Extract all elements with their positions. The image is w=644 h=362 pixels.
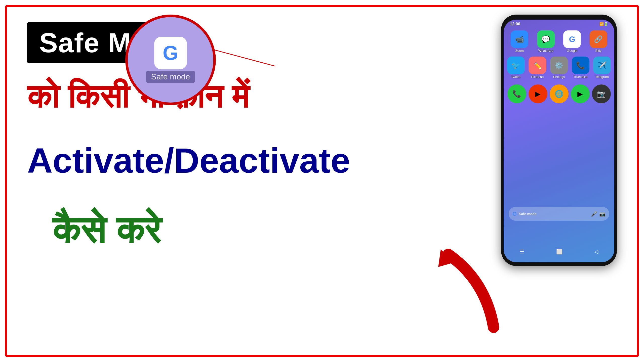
twitter-icon: 🐦 [507,57,525,74]
whatsapp-label: WhatsApp [538,49,553,53]
magnify-circle: G Safe mode [125,15,216,105]
phone-screen: 12:00 📶🔋 📹 Zoom 💬 WhatsApp G [504,20,614,262]
bottom-nav: ☰ ⬜ ◁ [504,246,614,257]
connector-line [212,49,275,66]
safe-mode-search-label: Safe mode [519,212,537,216]
status-icons: 📶🔋 [599,22,608,26]
dock-playstore-icon[interactable]: ▶ [571,84,590,103]
google-icon-large: G [154,37,187,69]
status-bar: 12:00 📶🔋 [504,20,614,28]
dock-play-icon[interactable]: ▶ [529,84,547,103]
bitly-icon: 🔗 [590,30,607,48]
telegram-icon: ✈️ [593,57,611,74]
app-truecaller[interactable]: 📞 Truecaller [571,57,590,79]
pixellab-label: PixelLab [531,75,544,79]
bitly-label: Bitly [595,49,601,53]
app-telegram[interactable]: ✈️ Telegram [592,57,612,79]
app-zoom[interactable]: 📹 Zoom [507,30,532,53]
hindi-line2: कैसे करे [52,208,161,252]
status-time: 12:00 [510,22,520,26]
zoom-icon: 📹 [511,30,528,48]
truecaller-label: Truecaller [573,75,588,79]
settings-icon: ⚙️ [550,57,568,74]
whatsapp-icon: 💬 [537,30,555,48]
app-settings[interactable]: ⚙️ Settings [549,57,569,79]
app-twitter[interactable]: 🐦 Twitter [506,57,526,79]
app-grid-row2: 🐦 Twitter ✏️ PixelLab ⚙️ Settings 📞 True… [504,55,614,81]
dock-chrome-icon[interactable]: 🌐 [550,84,569,103]
google-label: Google [567,49,577,53]
nav-home-icon[interactable]: ⬜ [556,249,562,255]
outer-border: Safe Mode को किसी भी फ़ोन में Activate/D… [5,5,639,357]
red-arrow [428,247,504,335]
app-grid-row1: 📹 Zoom 💬 WhatsApp G Google 🔗 [504,28,614,55]
phone-mockup: 12:00 📶🔋 📹 Zoom 💬 WhatsApp G [494,15,624,279]
magnify-content: G Safe mode [146,37,195,83]
pixellab-icon: ✏️ [529,57,546,74]
truecaller-icon: 📞 [572,57,589,74]
app-google[interactable]: G Google [560,30,584,53]
nav-menu-icon[interactable]: ☰ [520,249,524,255]
dock-camera-icon[interactable]: 📷 [592,84,611,103]
google-icon: G [563,30,581,48]
zoom-label: Zoom [515,49,524,53]
phone-body: 12:00 📶🔋 📹 Zoom 💬 WhatsApp G [501,15,617,266]
dock-phone-icon[interactable]: 📞 [507,84,526,103]
app-whatsapp[interactable]: 💬 WhatsApp [534,30,558,53]
safe-mode-overlay-label: Safe mode [146,71,195,83]
activate-line: Activate/Deactivate [27,140,350,181]
app-pixellab[interactable]: ✏️ PixelLab [528,57,547,79]
mic-icon[interactable]: 🎤 [591,211,597,217]
lens-icon[interactable]: 📷 [599,211,606,217]
nav-back-icon[interactable]: ◁ [594,249,598,255]
telegram-label: Telegram [595,75,609,79]
settings-label: Settings [553,75,565,79]
app-bitly[interactable]: 🔗 Bitly [586,30,611,53]
twitter-label: Twitter [511,75,521,79]
search-bar[interactable]: G Safe mode 🎤 📷 [509,207,609,221]
